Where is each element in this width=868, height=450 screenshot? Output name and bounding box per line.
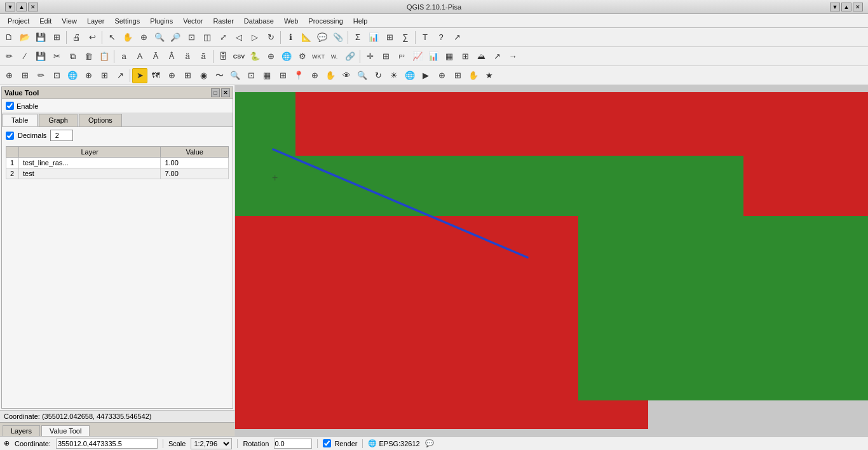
arr-right-btn[interactable]: ▶ xyxy=(418,68,433,83)
print-btn[interactable]: 🖨 xyxy=(69,30,84,45)
decimals-input[interactable] xyxy=(50,130,73,141)
zoom-in-btn[interactable]: 🔍 xyxy=(152,30,167,45)
btab-layers[interactable]: Layers xyxy=(3,425,40,436)
sum-btn[interactable]: Σ xyxy=(350,30,365,45)
chart-btn[interactable]: 📈 xyxy=(410,49,425,64)
stat-btn[interactable]: 📊 xyxy=(366,30,381,45)
export-btn[interactable]: ↗ xyxy=(489,49,505,64)
ruler-btn[interactable]: ⊡ xyxy=(243,68,259,83)
map3-btn[interactable]: ⊕ xyxy=(434,68,449,83)
save-as-btn[interactable]: ⊞ xyxy=(49,30,64,45)
label3-btn[interactable]: Ā xyxy=(148,49,163,64)
plugin-btn[interactable]: ⚙ xyxy=(295,49,310,64)
bar-btn[interactable]: ▦ xyxy=(259,68,275,83)
digitize-btn[interactable]: ✏ xyxy=(1,49,17,64)
symbol-btn[interactable]: ◉ xyxy=(196,68,211,83)
star-btn[interactable]: ★ xyxy=(482,68,497,83)
win-btn-r1[interactable]: ▼ xyxy=(830,3,840,11)
search-btn[interactable]: 🔍 xyxy=(227,68,243,83)
plugin-t3[interactable]: ✏ xyxy=(33,68,48,83)
link-btn[interactable]: 🔗 xyxy=(342,49,358,64)
zoom-full-btn[interactable]: ⤢ xyxy=(215,30,231,45)
menu-vector[interactable]: Vector xyxy=(178,16,208,26)
tab-options[interactable]: Options xyxy=(79,114,122,126)
text-btn[interactable]: T xyxy=(417,30,433,45)
plugin-t5[interactable]: 🌐 xyxy=(65,68,80,83)
measure-btn[interactable]: 📐 xyxy=(299,30,314,45)
edit-line-btn[interactable]: ⁄ xyxy=(17,49,32,64)
map-area[interactable]: + xyxy=(235,85,868,436)
arrow-btn[interactable]: → xyxy=(505,49,520,64)
label5-btn[interactable]: ä xyxy=(180,49,195,64)
select-btn[interactable]: ↖ xyxy=(104,30,119,45)
label4-btn[interactable]: Â xyxy=(164,49,179,64)
csv-btn[interactable]: CSV xyxy=(231,49,247,64)
undo-btn[interactable]: ↩ xyxy=(85,30,100,45)
globe-btn[interactable]: 🌐 xyxy=(279,49,294,64)
zoom-layer-btn[interactable]: ◫ xyxy=(200,30,215,45)
zoom-native-btn[interactable]: ⊡ xyxy=(184,30,199,45)
attr-table-btn[interactable]: ⊞ xyxy=(382,30,397,45)
label-btn[interactable]: a xyxy=(116,49,132,64)
whats-this-btn[interactable]: ↗ xyxy=(449,30,465,45)
win-btn-r2[interactable]: ▲ xyxy=(841,3,851,11)
scale-select[interactable]: 1:2,796 1:5,000 1:10,000 1:25,000 xyxy=(191,438,232,449)
layer-diag-btn[interactable]: ⊞ xyxy=(378,49,393,64)
hand2-btn[interactable]: ✋ xyxy=(466,68,481,83)
delete-btn[interactable]: 🗑 xyxy=(81,49,96,64)
copy-features-btn[interactable]: ⧉ xyxy=(65,49,80,64)
sb-epsg[interactable]: 🌐 EPSG:32612 xyxy=(368,439,419,447)
win-btn-close[interactable]: ✕ xyxy=(28,3,38,11)
db-btn[interactable]: 🗄 xyxy=(215,49,231,64)
osm-btn[interactable]: 🗺 xyxy=(148,68,163,83)
refresh-btn[interactable]: ↻ xyxy=(263,30,278,45)
relief-btn[interactable]: ⛰ xyxy=(473,49,489,64)
move-btn[interactable]: ✋ xyxy=(323,68,338,83)
paste-btn[interactable]: 📋 xyxy=(97,49,112,64)
sun-btn[interactable]: ☀ xyxy=(386,68,402,83)
pin-btn[interactable]: 📍 xyxy=(291,68,306,83)
grid2-btn[interactable]: ⊞ xyxy=(180,68,195,83)
save-layer-btn[interactable]: 💾 xyxy=(33,49,48,64)
label6-btn[interactable]: ã xyxy=(196,49,211,64)
grid-btn[interactable]: ⊞ xyxy=(458,49,473,64)
tips-btn[interactable]: 💬 xyxy=(315,30,330,45)
identify-btn[interactable]: ℹ xyxy=(283,30,298,45)
menu-raster[interactable]: Raster xyxy=(208,16,238,26)
close-btn[interactable]: ✕ xyxy=(221,88,230,97)
chart2-btn[interactable]: 📊 xyxy=(426,49,441,64)
pan-map-btn[interactable]: ⊕ xyxy=(136,30,151,45)
open-project-btn[interactable]: 📂 xyxy=(17,30,32,45)
menu-database[interactable]: Database xyxy=(239,16,279,26)
cut-features-btn[interactable]: ✂ xyxy=(49,49,64,64)
btab-value-tool[interactable]: Value Tool xyxy=(41,425,90,436)
plugin-t8[interactable]: ↗ xyxy=(112,68,128,83)
tab-table[interactable]: Table xyxy=(2,114,37,126)
rotation-input[interactable] xyxy=(274,439,312,449)
new-project-btn[interactable]: 🗋 xyxy=(1,30,17,45)
win-btn-maximize[interactable]: ▲ xyxy=(17,3,27,11)
decimals-checkbox[interactable] xyxy=(6,132,14,140)
menu-settings[interactable]: Settings xyxy=(109,16,145,26)
zoom-out-btn[interactable]: 🔎 xyxy=(168,30,183,45)
plugin-t7[interactable]: ⊞ xyxy=(97,68,112,83)
menu-layer[interactable]: Layer xyxy=(82,16,110,26)
enable-checkbox[interactable] xyxy=(6,102,14,110)
field-calc-btn[interactable]: ∑ xyxy=(398,30,413,45)
map2-btn[interactable]: ⊕ xyxy=(164,68,179,83)
wms-btn[interactable]: W. xyxy=(327,49,342,64)
random-btn[interactable]: ⊞ xyxy=(275,68,290,83)
menu-view[interactable]: View xyxy=(57,16,82,26)
restore-btn[interactable]: □ xyxy=(211,88,220,97)
globe2-btn[interactable]: 🌐 xyxy=(402,68,417,83)
menu-web[interactable]: Web xyxy=(279,16,303,26)
arrow-highlight[interactable]: ➤ xyxy=(132,68,147,83)
annotate-btn[interactable]: 📎 xyxy=(330,30,346,45)
eye-btn[interactable]: 👁 xyxy=(339,68,354,83)
label2-btn[interactable]: A xyxy=(132,49,147,64)
cross-btn[interactable]: ✛ xyxy=(362,49,377,64)
hist-btn[interactable]: ▦ xyxy=(442,49,457,64)
menu-help[interactable]: Help xyxy=(348,16,373,26)
render-checkbox[interactable] xyxy=(323,439,331,447)
python-btn[interactable]: 🐍 xyxy=(247,49,262,64)
